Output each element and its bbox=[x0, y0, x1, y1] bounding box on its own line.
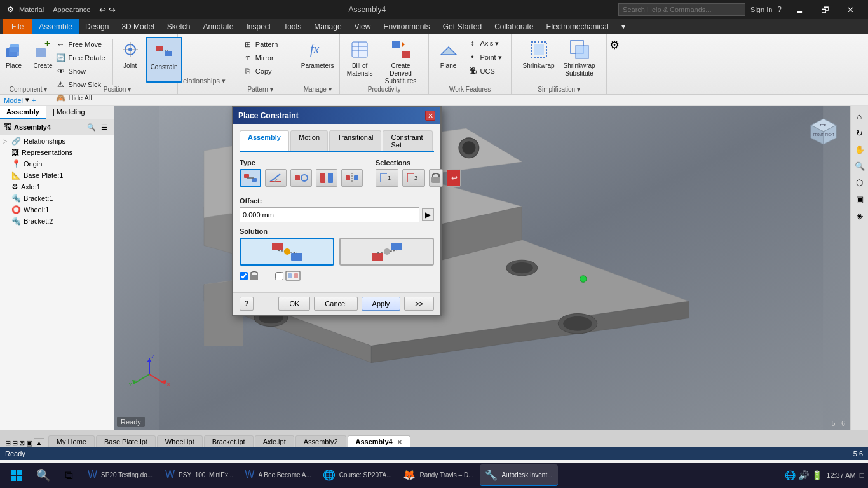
menu-design[interactable]: Design bbox=[79, 19, 115, 34]
app-icon[interactable]: ⚙ bbox=[5, 4, 15, 15]
offset-value-input[interactable] bbox=[243, 211, 416, 219]
dialog-ok-btn[interactable]: OK bbox=[278, 297, 310, 311]
tree-axle[interactable]: ⚙ Axle:1 bbox=[0, 181, 114, 193]
tray-volume-icon[interactable]: 🔊 bbox=[798, 470, 809, 480]
constraint-type-insert[interactable] bbox=[316, 169, 337, 187]
restore-btn[interactable]: 🗗 bbox=[812, 0, 837, 19]
checkbox-lock[interactable] bbox=[240, 271, 262, 281]
checkbox-display[interactable] bbox=[275, 271, 301, 281]
menu-sketch[interactable]: Sketch bbox=[161, 19, 197, 34]
dialog-apply-btn[interactable]: Apply bbox=[362, 297, 401, 311]
tree-bracket2[interactable]: 🔩 Bracket:2 bbox=[0, 215, 114, 227]
tab-menu-icon[interactable]: ▣ bbox=[26, 439, 32, 447]
breadcrumb-add[interactable]: + bbox=[32, 97, 36, 104]
selection-undo-btn[interactable]: ↩ bbox=[447, 169, 461, 187]
view-cube[interactable]: TOP FRONT RIGHT bbox=[804, 112, 843, 151]
tree-representations[interactable]: 🖼 Representations bbox=[0, 147, 114, 158]
undo-icon[interactable]: ↩ bbox=[99, 5, 106, 15]
tab-assembly4[interactable]: Assembly4 ✕ bbox=[348, 435, 410, 447]
tab-assembly2[interactable]: Assembly2 bbox=[295, 435, 346, 447]
menu-3dmodel[interactable]: 3D Model bbox=[115, 19, 160, 34]
menu-manage[interactable]: Manage bbox=[308, 19, 348, 34]
minimize-btn[interactable]: 🗕 bbox=[787, 0, 812, 19]
menu-electromech[interactable]: Electromechanical bbox=[540, 19, 615, 34]
help-icon[interactable]: ? bbox=[777, 5, 782, 14]
expand-icon[interactable]: ▷ bbox=[3, 138, 9, 144]
vp-home-btn[interactable]: ⌂ bbox=[852, 109, 867, 124]
ribbon-plane-btn[interactable]: Plane bbox=[435, 37, 463, 83]
taskbar-app-inventor[interactable]: 🔧 Autodesk Invent... bbox=[480, 464, 557, 486]
vp-orbit-btn[interactable]: ↻ bbox=[852, 125, 867, 140]
ribbon-shrinkwrapsubstitute-btn[interactable]: ShrinkwrapSubstitute bbox=[560, 37, 599, 83]
display-checkbox[interactable] bbox=[275, 272, 283, 280]
start-btn[interactable] bbox=[4, 464, 29, 487]
search-input[interactable] bbox=[623, 6, 741, 13]
tab-wheel[interactable]: Wheel.ipt bbox=[157, 435, 203, 447]
ribbon-pattern-btn[interactable]: ⊞ Pattern bbox=[239, 38, 281, 51]
tree-wheel[interactable]: ⭕ Wheel:1 bbox=[0, 204, 114, 215]
selection-lock-btn[interactable] bbox=[429, 169, 443, 187]
tree-bracket1[interactable]: 🔩 Bracket:1 bbox=[0, 193, 114, 204]
relationships-dropdown[interactable]: Relationships ▾ bbox=[178, 34, 226, 94]
ribbon-axis-btn[interactable]: ↕ Axis ▾ bbox=[464, 37, 506, 50]
dialog-tab-transitional[interactable]: Transitional bbox=[329, 130, 381, 151]
vp-pan-btn[interactable]: ✋ bbox=[852, 142, 867, 157]
dialog-close-btn[interactable]: ✕ bbox=[425, 111, 435, 121]
vp-zoomall-btn[interactable]: ⬡ bbox=[852, 175, 867, 190]
ribbon-point-btn[interactable]: • Point ▾ bbox=[464, 51, 506, 64]
sidebar-menu-btn[interactable]: ☰ bbox=[98, 121, 110, 133]
tab-cols-icon[interactable]: ⊠ bbox=[19, 439, 25, 447]
sidebar-search-btn[interactable]: 🔍 bbox=[86, 121, 97, 133]
constraint-type-mate[interactable] bbox=[240, 169, 261, 187]
ribbon-parameters-btn[interactable]: fx Parameters bbox=[297, 37, 338, 83]
viewcube-settings-icon[interactable]: ⚙ bbox=[609, 38, 620, 52]
redo-icon[interactable]: ↪ bbox=[109, 5, 116, 15]
taskbar-search-icon[interactable]: 🔍 bbox=[32, 464, 55, 487]
dialog-tab-constraintset[interactable]: Constraint Set bbox=[383, 130, 433, 151]
tree-relationships[interactable]: ▷ 🔗 Relationships bbox=[0, 135, 114, 147]
tab-baseplate[interactable]: Base Plate.ipt bbox=[96, 435, 156, 447]
tab-list-icon[interactable]: ⊟ bbox=[12, 439, 18, 447]
taskbar-app-word3[interactable]: W A Bee Became A... bbox=[240, 464, 316, 486]
tray-network-icon[interactable]: 🌐 bbox=[785, 470, 796, 480]
dialog-more-btn[interactable]: >> bbox=[404, 297, 434, 311]
menu-file[interactable]: File bbox=[3, 19, 32, 34]
show-desktop-btn[interactable]: □ bbox=[860, 471, 864, 480]
ribbon-hideall-btn[interactable]: 🙈 Hide All bbox=[52, 92, 109, 104]
ribbon-freerotate-btn[interactable]: 🔄 Free Rotate bbox=[52, 51, 109, 64]
tab-expand-icon[interactable]: ▲ bbox=[34, 438, 44, 447]
dialog-help-btn[interactable]: ? bbox=[240, 297, 254, 311]
breadcrumb-model[interactable]: Model bbox=[4, 97, 23, 104]
signin-label[interactable]: Sign In bbox=[750, 6, 772, 13]
ribbon-shrinkwrap-btn[interactable]: Shrinkwrap bbox=[519, 37, 559, 83]
menu-collaborate[interactable]: Collaborate bbox=[488, 19, 539, 34]
taskbar-app-word2[interactable]: W PSY_100_MiniEx... bbox=[160, 464, 238, 486]
menu-assemble[interactable]: Assemble bbox=[32, 19, 79, 34]
menu-environments[interactable]: Environments bbox=[377, 19, 436, 34]
ribbon-ucs-btn[interactable]: 🗜 UCS bbox=[464, 65, 506, 78]
ribbon-place-btn[interactable]: Place bbox=[0, 37, 28, 83]
taskbar-app-firefox[interactable]: 🦊 Randy Travis – D... bbox=[398, 464, 478, 486]
vp-window-btn[interactable]: ▣ bbox=[852, 191, 867, 207]
taskbar-app-word1[interactable]: W SP20 Testing.do... bbox=[83, 464, 159, 486]
offset-input-container[interactable] bbox=[240, 207, 419, 222]
ribbon-constrain-btn[interactable]: Constrain bbox=[146, 37, 183, 83]
vp-display-btn[interactable]: ◈ bbox=[852, 208, 867, 223]
dialog-cancel-btn[interactable]: Cancel bbox=[314, 297, 357, 311]
sidebar-tab-modeling[interactable]: | Modeling bbox=[46, 106, 92, 119]
ribbon-freemove-btn[interactable]: ↔ Free Move bbox=[52, 38, 109, 51]
tray-battery-icon[interactable]: 🔋 bbox=[811, 470, 822, 480]
viewport[interactable]: TOP FRONT RIGHT X Y Z ⌂ ↻ ✋ � bbox=[114, 106, 868, 430]
selection-1-btn[interactable]: 1 bbox=[376, 169, 398, 187]
taskbar-app-chrome[interactable]: 🌐 Course: SP20TA... bbox=[318, 464, 397, 486]
selection-2-btn[interactable]: 2 bbox=[402, 169, 425, 187]
close-btn[interactable]: ✕ bbox=[837, 0, 863, 19]
constraint-type-symmetry[interactable] bbox=[341, 169, 363, 187]
tab-assembly4-close[interactable]: ✕ bbox=[397, 439, 402, 445]
menu-more[interactable]: ▾ bbox=[615, 19, 632, 34]
solution-1-btn[interactable] bbox=[240, 238, 334, 266]
menu-getstarted[interactable]: Get Started bbox=[437, 19, 488, 34]
ribbon-show-btn[interactable]: 👁 Show bbox=[52, 65, 109, 78]
solution-2-btn[interactable] bbox=[339, 238, 434, 266]
ribbon-mirror-btn[interactable]: ⥾ Mirror bbox=[239, 51, 281, 64]
